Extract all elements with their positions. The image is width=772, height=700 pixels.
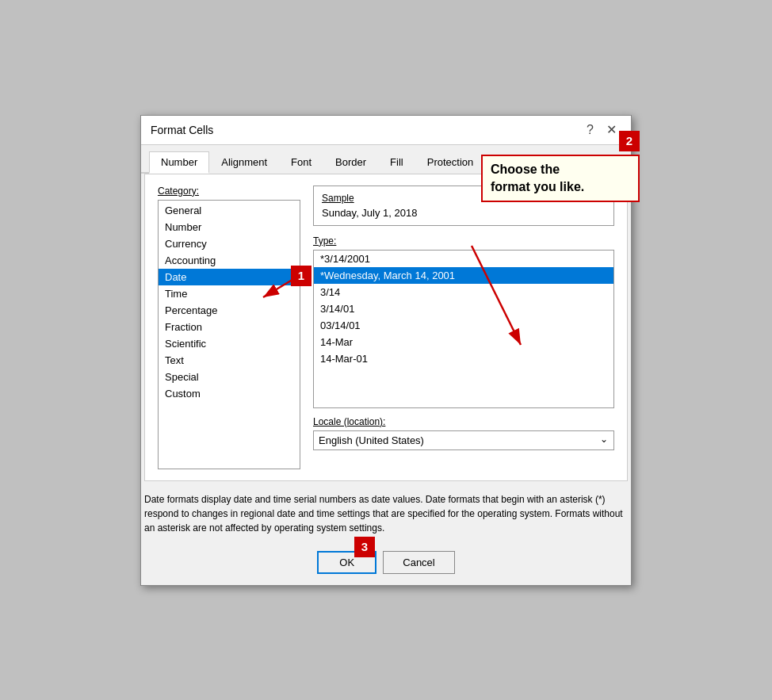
- tab-content: Category: General Number Currency Accoun…: [144, 174, 628, 481]
- main-layout: Category: General Number Currency Accoun…: [158, 186, 614, 469]
- cancel-button[interactable]: Cancel: [383, 551, 454, 574]
- type-label: Type:: [313, 235, 614, 247]
- locale-wrapper: English (United States): [313, 430, 614, 450]
- locale-label: Locale (location):: [313, 416, 614, 427]
- category-item-custom[interactable]: Custom: [159, 385, 300, 402]
- locale-select[interactable]: English (United States): [313, 430, 614, 450]
- tab-protection[interactable]: Protection: [415, 151, 486, 174]
- category-item-general[interactable]: General: [159, 202, 300, 219]
- category-item-text[interactable]: Text: [159, 352, 300, 369]
- title-bar-controls: ? ✕: [582, 122, 621, 138]
- callout-2-box: Choose theformat you like.: [481, 155, 640, 203]
- type-list[interactable]: *3/14/2001 *Wednesday, March 14, 2001 3/…: [313, 250, 614, 408]
- tab-number[interactable]: Number: [149, 151, 209, 174]
- type-item-1[interactable]: *3/14/2001: [314, 251, 613, 267]
- type-item-5[interactable]: 03/14/01: [314, 317, 613, 334]
- callout-3-badge: 3: [354, 537, 375, 557]
- callout-1-badge: 1: [291, 266, 311, 286]
- category-item-currency[interactable]: Currency: [159, 235, 300, 252]
- dialog-title: Format Cells: [151, 124, 213, 136]
- type-item-6[interactable]: 14-Mar: [314, 334, 613, 350]
- category-item-date[interactable]: Date: [159, 269, 300, 285]
- tab-fill[interactable]: Fill: [378, 151, 415, 174]
- category-item-scientific[interactable]: Scientific: [159, 335, 300, 352]
- category-item-fraction[interactable]: Fraction: [159, 319, 300, 335]
- buttons-row: OK Cancel: [141, 545, 631, 585]
- sample-value: Sunday, July 1, 2018: [322, 207, 606, 219]
- category-item-time[interactable]: Time: [159, 285, 300, 302]
- type-item-4[interactable]: 3/14/01: [314, 300, 613, 317]
- description-text: Date formats display date and time seria…: [144, 492, 628, 535]
- tab-border[interactable]: Border: [323, 151, 378, 174]
- help-button[interactable]: ?: [582, 122, 598, 138]
- right-panel: Sample Sunday, July 1, 2018 Type: *3/14/…: [313, 186, 614, 469]
- category-label: Category:: [158, 186, 300, 197]
- type-item-3[interactable]: 3/14: [314, 284, 613, 300]
- tab-font[interactable]: Font: [279, 151, 323, 174]
- left-panel: Category: General Number Currency Accoun…: [158, 186, 300, 469]
- type-item-7[interactable]: 14-Mar-01: [314, 350, 613, 367]
- category-item-special[interactable]: Special: [159, 369, 300, 385]
- type-item-2[interactable]: *Wednesday, March 14, 2001: [314, 267, 613, 284]
- title-bar: Format Cells ? ✕: [141, 116, 631, 145]
- tab-alignment[interactable]: Alignment: [209, 151, 279, 174]
- category-list[interactable]: General Number Currency Accounting Date …: [158, 200, 300, 469]
- callout-2-badge: 2: [619, 131, 640, 151]
- category-item-percentage[interactable]: Percentage: [159, 302, 300, 319]
- category-item-accounting[interactable]: Accounting: [159, 252, 300, 269]
- category-item-number[interactable]: Number: [159, 219, 300, 235]
